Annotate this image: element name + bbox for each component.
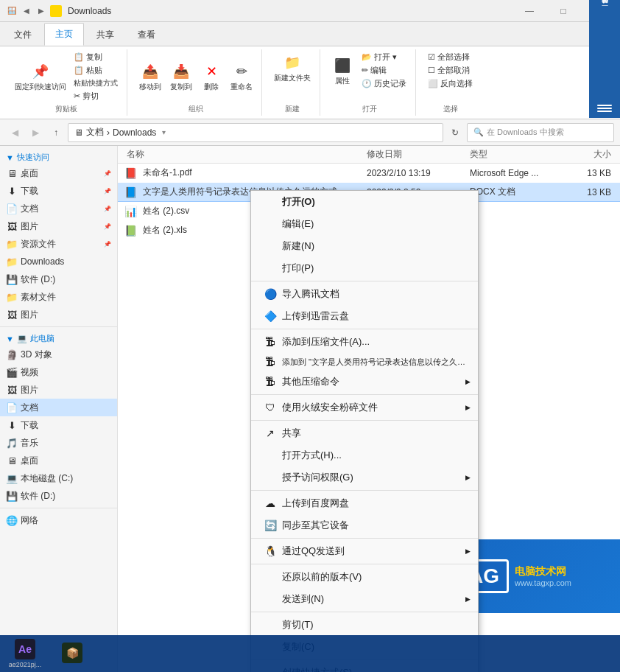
sidebar-item-3d-objects[interactable]: 🗿 3D 对象 bbox=[0, 346, 117, 363]
ctx-add-zip[interactable]: 🗜 添加到压缩文件(A)... bbox=[251, 331, 478, 353]
sidebar-item-music[interactable]: 🎵 音乐 bbox=[0, 434, 117, 452]
ctx-add-zip-name[interactable]: 🗜 添加到 "文字是人类用符号记录表达信息以传之久远的方式和工具.zip" (T… bbox=[251, 353, 478, 371]
invert-selection-button[interactable]: ⬜ 反向选择 bbox=[425, 77, 476, 90]
paste-button[interactable]: 📋 粘贴 bbox=[71, 64, 121, 77]
ctx-print[interactable]: 打印(P) bbox=[251, 257, 478, 279]
network-icon: 🌐 bbox=[6, 514, 18, 526]
new-folder-button[interactable]: 📁 新建文件夹 bbox=[271, 51, 314, 85]
cut-button[interactable]: ✂ 剪切 bbox=[71, 90, 121, 102]
sidebar-item-pictures[interactable]: 🖼 图片 📌 bbox=[0, 217, 117, 235]
quick-access-header[interactable]: ▼ 快速访问 bbox=[0, 149, 117, 164]
select-all-button[interactable]: ☑ 全部选择 bbox=[425, 51, 476, 63]
ctx-sep-6 bbox=[251, 538, 478, 539]
ctx-open[interactable]: 打开(O) bbox=[251, 191, 478, 213]
maximize-button[interactable]: □ bbox=[546, 0, 580, 22]
paste-shortcut-button[interactable]: 粘贴快捷方式 bbox=[71, 77, 121, 89]
sidebar-item-desktop[interactable]: 🖥 桌面 📌 bbox=[0, 164, 117, 182]
sidebar-item-documents-pc[interactable]: 📄 文档 bbox=[0, 399, 117, 416]
ctx-xunlei[interactable]: 🔷 上传到迅雷云盘 bbox=[251, 305, 478, 327]
sidebar-item-downloads[interactable]: ⬇ 下载 📌 bbox=[0, 182, 117, 200]
column-size[interactable]: 大小 bbox=[555, 148, 614, 161]
tab-view[interactable]: 查看 bbox=[127, 24, 166, 46]
select-none-button[interactable]: ☐ 全部取消 bbox=[425, 64, 476, 77]
delete-button[interactable]: ✕ 删除 bbox=[198, 60, 225, 94]
back-button[interactable]: ◀ bbox=[6, 124, 24, 141]
history-button[interactable]: 🕐 历史记录 bbox=[359, 77, 409, 90]
column-type[interactable]: 类型 bbox=[467, 148, 555, 161]
right-panel: 一键排版助手 bbox=[589, 0, 620, 118]
sync-icon: 🔄 bbox=[263, 519, 278, 531]
ctx-tencent-doc[interactable]: 🔵 导入腾讯文档 bbox=[251, 283, 478, 305]
ctx-sync-devices[interactable]: 🔄 同步至其它设备 bbox=[251, 514, 478, 536]
move-icon: 📤 bbox=[140, 61, 161, 82]
search-box[interactable]: 🔍 在 Downloads 中搜索 bbox=[467, 123, 614, 142]
up-button[interactable]: ↑ bbox=[47, 124, 65, 141]
ctx-cut[interactable]: 剪切(T) bbox=[251, 614, 478, 636]
rename-button[interactable]: ✏ 重命名 bbox=[228, 60, 256, 94]
file-item-pdf[interactable]: 📕 未命名-1.pdf 2023/2/10 13:19 Microsoft Ed… bbox=[118, 164, 620, 183]
title-bar-icons: 🪟 ◀ ▶ bbox=[6, 5, 62, 17]
copy-to-button[interactable]: 📥 复制到 bbox=[167, 60, 195, 94]
organize-group-label: 组织 bbox=[189, 102, 203, 114]
pin-to-quick-access-button[interactable]: 📌 固定到快速访问 bbox=[12, 60, 69, 94]
taskbar-app-zip[interactable]: 📦 bbox=[50, 637, 94, 670]
sidebar-item-downloads-pc[interactable]: ⬇ 下载 bbox=[0, 416, 117, 434]
sidebar-item-pictures2[interactable]: 🖼 图片 bbox=[0, 306, 117, 323]
sidebar-item-desktop-pc[interactable]: 🖥 桌面 bbox=[0, 452, 117, 469]
clipboard-buttons: 📌 固定到快速访问 📋 复制 📋 粘贴 粘贴快捷方式 bbox=[12, 51, 121, 102]
window-icon: 🪟 bbox=[6, 5, 18, 17]
shred-icon: 🛡 bbox=[263, 402, 278, 413]
properties-button[interactable]: ⬛ 属性 bbox=[329, 54, 356, 88]
ctx-new[interactable]: 新建(N) bbox=[251, 235, 478, 257]
ribbon-group-clipboard: 📌 固定到快速访问 📋 复制 📋 粘贴 粘贴快捷方式 bbox=[6, 49, 127, 116]
this-pc-header[interactable]: ▼ 💻 此电脑 bbox=[0, 330, 117, 346]
ctx-sep-3 bbox=[251, 394, 478, 395]
sidebar-item-resources[interactable]: 📁 资源文件 📌 bbox=[0, 235, 117, 253]
sidebar-item-materials[interactable]: 📁 素材文件 bbox=[0, 288, 117, 306]
refresh-button[interactable]: ↻ bbox=[446, 124, 464, 141]
sidebar-item-software-d[interactable]: 💾 软件 (D:) bbox=[0, 270, 117, 288]
ctx-shred[interactable]: 🛡 使用火绒安全粉碎文件 bbox=[251, 396, 478, 419]
minimize-button[interactable]: — bbox=[512, 0, 546, 22]
ctx-share[interactable]: ↗ 共享 bbox=[251, 422, 478, 444]
ribbon-group-organize: 📤 移动到 📥 复制到 ✕ 删除 ✏ 重命名 组织 bbox=[130, 49, 262, 116]
ctx-other-compress[interactable]: 🗜 其他压缩命令 bbox=[251, 371, 478, 393]
column-name[interactable]: 名称 bbox=[124, 148, 364, 161]
copy-button[interactable]: 📋 复制 bbox=[71, 51, 121, 63]
sidebar-item-documents[interactable]: 📄 文档 📌 bbox=[0, 200, 117, 217]
ctx-edit[interactable]: 编辑(E) bbox=[251, 213, 478, 235]
address-path[interactable]: 🖥 文档 › Downloads ▾ bbox=[68, 123, 443, 142]
xls-icon: 📗 bbox=[124, 224, 137, 237]
ribbon-group-new: 📁 新建文件夹 新建 bbox=[265, 49, 320, 116]
tab-file[interactable]: 文件 bbox=[3, 24, 43, 46]
sidebar-item-network[interactable]: 🌐 网络 bbox=[0, 511, 117, 529]
sidebar-item-downloads-folder[interactable]: 📁 Downloads bbox=[0, 253, 117, 270]
ribbon-group-select: ☑ 全部选择 ☐ 全部取消 ⬜ 反向选择 选择 bbox=[419, 49, 482, 116]
folder-icon bbox=[50, 5, 62, 17]
sidebar-item-pictures-pc[interactable]: 🖼 图片 bbox=[0, 381, 117, 399]
forward-nav-icon: ▶ bbox=[35, 5, 47, 17]
sidebar-item-local-disk-c[interactable]: 💻 本地磁盘 (C:) bbox=[0, 469, 117, 487]
ctx-restore-version[interactable]: 还原以前的版本(V) bbox=[251, 566, 478, 588]
open-button[interactable]: 📂 打开 ▾ bbox=[359, 51, 409, 63]
tencent-doc-icon: 🔵 bbox=[263, 288, 278, 300]
open-icon: 📂 bbox=[362, 52, 372, 62]
zip2-icon: 🗜 bbox=[263, 356, 278, 368]
ctx-send-to[interactable]: 发送到(N) bbox=[251, 588, 478, 610]
qq-icon: 🐧 bbox=[263, 545, 278, 557]
ctx-open-with[interactable]: 打开方式(H)... bbox=[251, 444, 478, 466]
ctx-sep-5 bbox=[251, 490, 478, 491]
clipboard-group-label: 剪贴板 bbox=[55, 102, 77, 114]
column-date[interactable]: 修改日期 bbox=[364, 148, 467, 161]
ctx-baidu-cloud[interactable]: ☁ 上传到百度网盘 bbox=[251, 492, 478, 514]
ctx-send-qq[interactable]: 🐧 通过QQ发送到 bbox=[251, 540, 478, 562]
tab-share[interactable]: 共享 bbox=[85, 24, 125, 46]
tab-home[interactable]: 主页 bbox=[44, 23, 84, 46]
forward-button[interactable]: ▶ bbox=[27, 124, 44, 141]
taskbar-app-ae[interactable]: Ae ae2021pj... bbox=[3, 637, 47, 670]
edit-button[interactable]: ✏ 编辑 bbox=[359, 64, 409, 77]
sidebar-item-software-drive[interactable]: 💾 软件 (D:) bbox=[0, 487, 117, 505]
ctx-grant-access[interactable]: 授予访问权限(G) bbox=[251, 466, 478, 489]
sidebar-item-videos[interactable]: 🎬 视频 bbox=[0, 363, 117, 381]
move-to-button[interactable]: 📤 移动到 bbox=[136, 60, 164, 94]
